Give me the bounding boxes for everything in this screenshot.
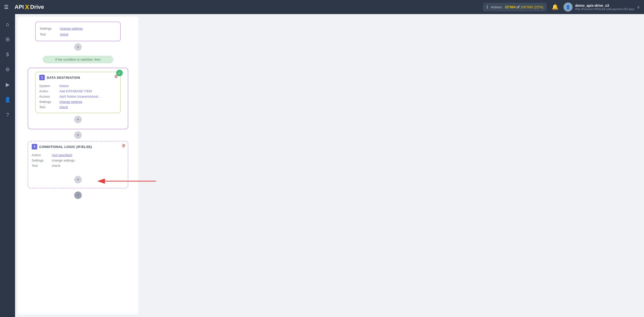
plus-connector-bottom[interactable]: + [74,191,82,199]
outer-purple-card: ✓ 🗑 1 DATA DESTINATION System Notion Ac [28,68,128,129]
header-right: ℹ Actions: 22'064 of 100'000 (22%) 🔔 👤 d… [483,3,640,12]
card-body-logic: Action (not specified) Settings change s… [28,151,128,171]
plus-connector-inner-logic[interactable]: + [74,176,82,183]
actions-count: 22'064 of 100'000 (22%) [505,5,543,9]
access-value[interactable]: ApiX Notion (maverickandr... [59,95,101,98]
action-row-dest: Action Add DATABASE ITEM [39,89,117,94]
white-panel: Settings change settings Test check + if… [18,17,138,314]
test-value-dest[interactable]: check [59,105,68,109]
menu-icon[interactable]: ☰ [4,4,9,10]
top-card: Settings change settings Test check [35,22,121,41]
user-name: demo_apix-drive_s3 [575,4,634,8]
actions-label: Actions: [491,5,502,9]
main-content: Settings change settings Test check + if… [15,14,644,317]
test-value-top[interactable]: check [60,32,68,36]
logo-drive: Drive [30,4,44,10]
actions-total: 100'000 [520,5,533,9]
card-header-logic: 4 CONDITIONAL LOGIC (IF/ELSE) [28,141,128,151]
condition-logic-card: 🗑 4 CONDITIONAL LOGIC (IF/ELSE) Action (… [28,141,128,188]
test-row-dest: Test check [39,104,117,110]
system-row: System Notion [39,83,117,89]
settings-label-logic: Settings [32,158,52,162]
bell-icon[interactable]: 🔔 [552,4,558,10]
settings-row-logic: Settings change settings [32,158,124,163]
access-label: Access [39,95,59,98]
delete-button-dest[interactable]: 🗑 [114,74,118,79]
settings-value-top[interactable]: change settings [60,27,83,30]
avatar: 👤 [564,3,573,12]
action-value-logic[interactable]: (not specified) [52,153,72,157]
settings-value-dest[interactable]: change settings [59,100,82,104]
test-value-logic: check [52,164,60,168]
data-destination-card: ✓ 🗑 1 DATA DESTINATION System Notion Ac [35,72,121,113]
header: ☰ APIXDrive ℹ Actions: 22'064 of 100'000… [0,0,644,14]
settings-value-logic: change settings [52,158,75,162]
settings-row-top: Settings change settings [40,26,116,31]
action-value-dest[interactable]: Add DATABASE ITEM [59,89,92,93]
user-area: 👤 demo_apix-drive_s3 Plan |Premium PRO| … [564,3,640,12]
card-header-dest: 1 DATA DESTINATION [36,72,120,82]
user-info: demo_apix-drive_s3 Plan |Premium PRO| le… [575,4,634,11]
test-label-dest: Test [39,105,59,109]
access-row: Access ApiX Notion (maverickandr... [39,94,117,99]
logo-x: X [25,3,29,11]
sidebar-item-tools[interactable]: ⚙ [3,64,13,74]
chevron-down-icon[interactable]: ∨ [637,5,640,10]
test-row-logic: Test check [32,163,124,168]
right-panel [141,14,644,317]
plus-connector-1[interactable]: + [74,43,82,51]
actions-of: of [516,5,520,9]
info-icon: ℹ [487,4,488,10]
sidebar-item-youtube[interactable]: ▶ [3,80,13,90]
action-row-logic: Action (not specified) [32,152,124,158]
actions-pct: (22%) [534,5,543,9]
sidebar-item-help[interactable]: ? [3,110,13,120]
action-label-dest: Action [39,89,59,93]
logo: APIXDrive [15,3,44,11]
delete-button-logic[interactable]: 🗑 [122,143,126,148]
card-number-dest: 1 [39,75,45,80]
test-row-top: Test check [40,31,116,37]
card-body-dest: System Notion Action Add DATABASE ITEM A… [36,82,120,113]
condition-banner: if the condition is satisfied, then [43,56,113,63]
settings-label-dest: Settings [39,100,59,104]
actions-used: 22'064 [505,5,515,9]
settings-label-top: Settings [40,27,60,30]
card-title-dest: DATA DESTINATION [47,76,80,80]
card-title-logic: CONDITIONAL LOGIC (IF/ELSE) [39,145,92,149]
action-label-logic: Action [32,153,52,157]
plus-connector-inner[interactable]: + [74,116,82,123]
test-label-top: Test [40,32,60,36]
sidebar-item-home[interactable]: ⌂ [3,19,13,29]
user-plan: Plan |Premium PRO| left until payment 25… [575,8,634,11]
sidebar: ⌂ ⊞ $ ⚙ ▶ 👤 ? [0,14,15,317]
sidebar-item-profile[interactable]: 👤 [3,95,13,105]
card-number-logic: 4 [32,144,37,149]
logo-api: API [15,4,24,10]
sidebar-item-connections[interactable]: ⊞ [3,34,13,44]
actions-badge: ℹ Actions: 22'064 of 100'000 (22%) [483,3,547,11]
system-value[interactable]: Notion [59,84,69,88]
sidebar-item-billing[interactable]: $ [3,49,13,59]
settings-row-dest: Settings change settings [39,99,117,104]
plus-connector-2[interactable]: + [74,131,82,139]
test-label-logic: Test [32,164,52,168]
system-label: System [39,84,59,88]
